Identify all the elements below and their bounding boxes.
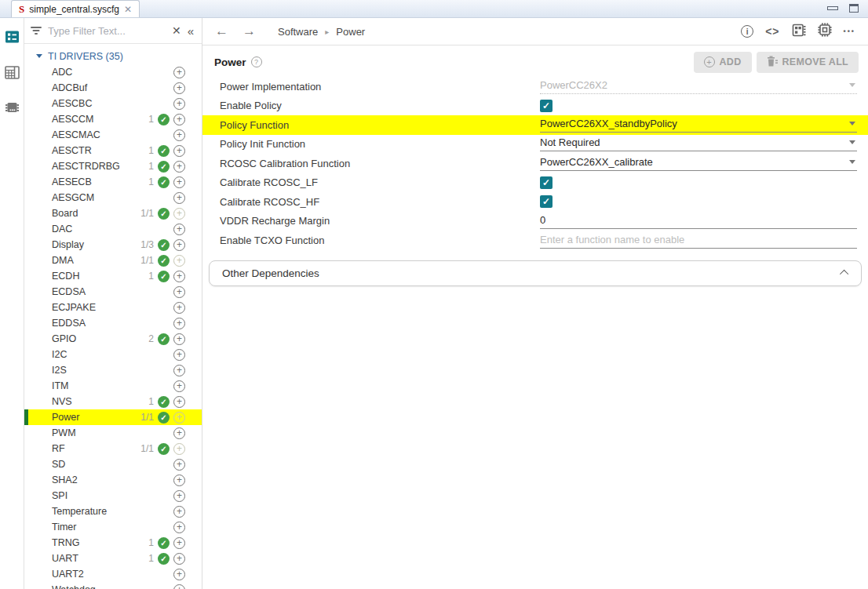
clear-filter-icon[interactable]: ✕ — [172, 24, 181, 37]
sidebar-item-sha2[interactable]: SHA2+ — [24, 472, 202, 488]
add-instance-icon[interactable]: + — [173, 474, 185, 486]
dropdown-policy-init-function[interactable]: Not Required — [540, 136, 857, 151]
text-input-vddr-recharge-margin[interactable] — [540, 214, 857, 229]
config-row-vddr-recharge-margin: VDDR Recharge Margin — [202, 212, 868, 231]
add-instance-icon[interactable]: + — [173, 365, 185, 376]
device-settings-icon[interactable] — [818, 23, 832, 40]
tab-close-icon[interactable]: ✕ — [124, 4, 132, 15]
add-instance-icon[interactable]: + — [173, 239, 185, 251]
sidebar-item-rf[interactable]: RF1/1✓+ — [24, 441, 202, 456]
config-view-icon[interactable] — [4, 29, 20, 45]
sidebar-item-temperature[interactable]: Temperature+ — [24, 504, 202, 519]
add-instance-icon[interactable]: + — [173, 302, 185, 314]
registers-view-icon[interactable] — [792, 24, 806, 40]
add-instance-icon[interactable]: + — [173, 176, 185, 188]
editor-tab[interactable]: S simple_central.syscfg ✕ — [11, 0, 140, 17]
add-instance-icon[interactable]: + — [173, 67, 185, 78]
add-instance-icon[interactable]: + — [173, 286, 185, 298]
add-instance-icon[interactable]: + — [173, 271, 185, 282]
sidebar-item-pwm[interactable]: PWM+ — [24, 425, 202, 441]
breadcrumb-power[interactable]: Power — [336, 26, 365, 38]
sidebar-item-display[interactable]: Display1/3✓+ — [24, 237, 202, 253]
forward-arrow-icon[interactable]: → — [243, 24, 256, 39]
sidebar-item-ecjpake[interactable]: ECJPAKE+ — [24, 300, 202, 315]
add-instance-icon[interactable]: + — [173, 569, 185, 580]
sidebar-item-eddsa[interactable]: EDDSA+ — [24, 315, 202, 331]
add-instance-icon[interactable]: + — [173, 427, 185, 439]
sidebar-item-dma[interactable]: DMA1/1✓+ — [24, 253, 202, 268]
add-instance-icon[interactable]: + — [173, 333, 185, 345]
sidebar-item-label: Temperature — [52, 506, 138, 517]
text-input-enable-tcxo-function[interactable] — [540, 234, 857, 249]
add-instance-icon[interactable]: + — [173, 537, 185, 549]
filter-input[interactable] — [48, 25, 166, 37]
add-instance-icon[interactable]: + — [173, 349, 185, 361]
sidebar-item-uart[interactable]: UART1✓+ — [24, 551, 202, 566]
sidebar-item-aescmac[interactable]: AESCMAC+ — [24, 127, 202, 143]
add-instance-icon[interactable]: + — [173, 192, 185, 204]
maximize-button[interactable] — [849, 4, 859, 13]
add-instance-icon[interactable]: + — [173, 82, 185, 94]
sidebar-item-i2c[interactable]: I2C+ — [24, 347, 202, 362]
sidebar-item-ecdsa[interactable]: ECDSA+ — [24, 284, 202, 300]
add-instance-icon[interactable]: + — [173, 522, 185, 533]
dropdown-policy-function[interactable]: PowerCC26XX_standbyPolicy — [540, 118, 857, 133]
add-instance-icon[interactable]: + — [173, 161, 185, 173]
sidebar-item-watchdog[interactable]: Watchdog+ — [24, 582, 202, 589]
sidebar-item-aesctr[interactable]: AESCTR1✓+ — [24, 143, 202, 158]
info-icon[interactable]: i — [741, 25, 753, 38]
checkbox-checked[interactable]: ✓ — [540, 100, 553, 112]
add-instance-icon[interactable]: + — [173, 145, 185, 157]
other-dependencies-section[interactable]: Other Dependencies — [209, 260, 862, 286]
add-instance-icon[interactable]: + — [173, 98, 185, 110]
generated-code-icon[interactable]: <> — [765, 25, 779, 38]
add-instance-icon[interactable]: + — [173, 584, 185, 589]
breadcrumb-software[interactable]: Software — [278, 26, 318, 38]
sidebar-item-board[interactable]: Board1/1✓+ — [24, 205, 202, 221]
tree-group-ti-drivers[interactable]: TI DRIVERS (35) — [24, 48, 202, 64]
sidebar-item-aesgcm[interactable]: AESGCM+ — [24, 190, 202, 205]
add-instance-icon[interactable]: + — [173, 129, 185, 141]
sidebar-item-ecdh[interactable]: ECDH1✓+ — [24, 268, 202, 284]
back-arrow-icon[interactable]: ← — [215, 24, 228, 39]
add-instance-icon[interactable]: + — [173, 318, 185, 329]
sidebar-item-power[interactable]: Power1/1✓+ — [24, 409, 202, 425]
sidebar-item-sd[interactable]: SD+ — [24, 456, 202, 472]
sidebar-item-dac[interactable]: DAC+ — [24, 221, 202, 237]
add-instance-icon[interactable]: + — [173, 459, 185, 471]
add-instance-icon[interactable]: + — [173, 490, 185, 502]
sidebar-item-uart2[interactable]: UART2+ — [24, 566, 202, 582]
add-instance-icon[interactable]: + — [173, 396, 185, 408]
help-icon[interactable]: ? — [251, 56, 262, 67]
sidebar-item-timer[interactable]: Timer+ — [24, 519, 202, 535]
dropdown-rcosc-calibration-function[interactable]: PowerCC26XX_calibrate — [540, 156, 857, 171]
sidebar-item-adcbuf[interactable]: ADCBuf+ — [24, 80, 202, 96]
sidebar-item-i2s[interactable]: I2S+ — [24, 362, 202, 378]
board-view-icon[interactable] — [4, 64, 20, 80]
sidebar-item-trng[interactable]: TRNG1✓+ — [24, 535, 202, 551]
sidebar-item-label: PWM — [52, 427, 138, 438]
minimize-button[interactable] — [827, 5, 837, 13]
sidebar-item-aescbc[interactable]: AESCBC+ — [24, 96, 202, 111]
collapse-sidebar-icon[interactable]: « — [188, 24, 194, 38]
more-options-icon[interactable]: ••• — [844, 27, 855, 35]
sidebar-item-aesecb[interactable]: AESECB1✓+ — [24, 174, 202, 190]
sidebar-item-aesctrdrbg[interactable]: AESCTRDRBG1✓+ — [24, 158, 202, 174]
sidebar-item-label: AESCBC — [52, 98, 138, 109]
device-chip-icon[interactable] — [4, 100, 20, 115]
sidebar-item-itm[interactable]: ITM+ — [24, 378, 202, 394]
instance-count: 1 — [138, 176, 154, 187]
add-instance-icon[interactable]: + — [173, 553, 185, 565]
add-instance-icon[interactable]: + — [173, 380, 185, 392]
checkbox-checked[interactable]: ✓ — [540, 176, 553, 189]
collapse-chevron-icon[interactable] — [840, 270, 848, 278]
add-instance-icon[interactable]: + — [173, 224, 185, 235]
sidebar-item-adc[interactable]: ADC+ — [24, 64, 202, 80]
checkbox-checked[interactable]: ✓ — [540, 195, 553, 208]
sidebar-item-aesccm[interactable]: AESCCM1✓+ — [24, 111, 202, 127]
sidebar-item-nvs[interactable]: NVS1✓+ — [24, 394, 202, 409]
add-instance-icon[interactable]: + — [173, 506, 185, 518]
sidebar-item-gpio[interactable]: GPIO2✓+ — [24, 331, 202, 347]
add-instance-icon[interactable]: + — [173, 114, 185, 125]
sidebar-item-spi[interactable]: SPI+ — [24, 488, 202, 504]
